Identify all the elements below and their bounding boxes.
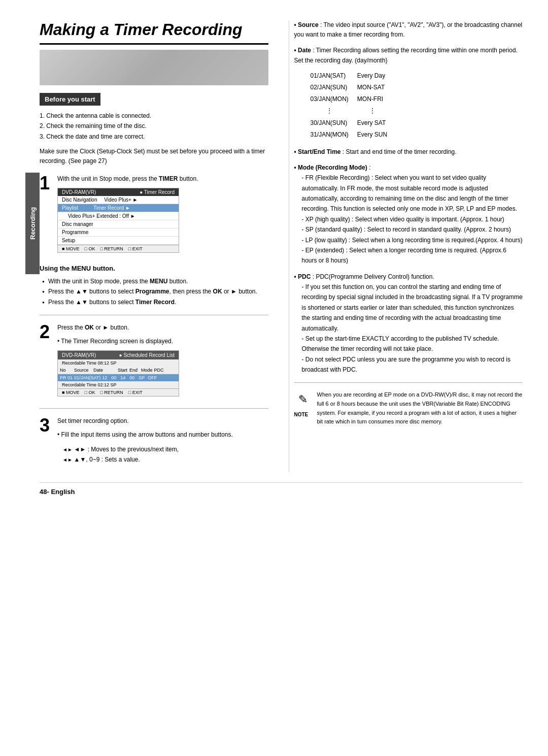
table-row: 30/JAN(SUN) Every SAT bbox=[311, 118, 395, 128]
date-text: : Timer Recording allows setting the rec… bbox=[294, 47, 518, 63]
option-cell: MON-SAT bbox=[357, 82, 395, 93]
before-item-1: 1. Check the antenna cable is connected. bbox=[40, 111, 268, 121]
page-footer: 48- English bbox=[40, 482, 523, 496]
step-1: 1 With the unit in Stop mode, press the … bbox=[40, 174, 268, 257]
note-box: ✎ NOTE When you are recording at EP mode… bbox=[294, 382, 523, 426]
step-2-number: 2 bbox=[40, 323, 52, 341]
submenu-title-left: DVD-RAM(VR) bbox=[62, 352, 96, 358]
mode-section: • Mode (Recording Mode) : FR (Flexible R… bbox=[294, 163, 523, 266]
mode-label: • Mode (Recording Mode) bbox=[294, 164, 367, 171]
date-cell: 31/JAN(MON) bbox=[311, 129, 356, 140]
table-row: ⋮ ⋮ bbox=[311, 106, 395, 116]
using-menu-item-2: Press the ▲▼ buttons to select Programme… bbox=[42, 286, 268, 297]
date-table: 01/JAN(SAT) Every Day 02/JAN(SUN) MON-SA… bbox=[310, 70, 396, 141]
table-row: 01/JAN(SAT) Every Day bbox=[311, 71, 395, 81]
menu-title-right: ● Timer Record bbox=[140, 189, 175, 195]
divider-1 bbox=[40, 315, 268, 315]
start-end-text: : Start and end time of the timer record… bbox=[342, 148, 457, 155]
step3-bullet-list: ◄► : Moves to the previous/next item, ▲▼… bbox=[57, 444, 268, 465]
option-cell: Every Day bbox=[357, 71, 395, 81]
menu-footer-2: ■ MOVE□ OK□ RETURN□ EXIT bbox=[58, 388, 179, 396]
menu-item-timer: Playlist Timer Record ► bbox=[58, 204, 179, 212]
note-icon: ✎ bbox=[298, 390, 307, 408]
menu-item-setup: Setup bbox=[58, 237, 179, 245]
date-label: • Date bbox=[294, 47, 312, 54]
pdc-item-1: If you set this function on, you can con… bbox=[297, 282, 523, 334]
before-extra-text: Make sure the Clock (Setup-Clock Set) mu… bbox=[40, 147, 268, 166]
mode-colon: : bbox=[369, 164, 370, 171]
pdc-label: • PDC bbox=[294, 273, 311, 280]
step-2: 2 Press the OK or ► button. • The Timer … bbox=[40, 323, 268, 401]
menu-item-disc-manager: Disc manager bbox=[58, 220, 179, 228]
source-section: • Source : The video input source ("AV1"… bbox=[294, 20, 523, 40]
title-image bbox=[40, 50, 268, 85]
step1-menu-box: DVD-RAM(VR) ● Timer Record Disc Navigati… bbox=[57, 188, 179, 253]
mode-item-ep: EP (extended) : Select when a longer rec… bbox=[299, 245, 523, 266]
table-row: 02/JAN(SUN) MON-SAT bbox=[311, 82, 395, 93]
note-text: When you are recording at EP mode on a D… bbox=[317, 390, 523, 426]
mode-item-sp: SP (standard quality) : Select to record… bbox=[299, 224, 523, 235]
start-end-section: • Start/End Time : Start and end time of… bbox=[294, 147, 523, 157]
pdc-section: • PDC : PDC(Programme Delivery Control) … bbox=[294, 272, 523, 375]
before-you-start-heading: Before you start bbox=[40, 93, 100, 106]
step-1-number: 1 bbox=[40, 174, 52, 192]
table-row: 31/JAN(MON) Every SUN bbox=[311, 129, 395, 140]
mode-item-fr: FR (Flexible Recording) : Select when yo… bbox=[299, 173, 523, 214]
option-cell: ⋮ bbox=[357, 106, 395, 116]
submenu-recordable-bot: Recordable Time 02:12 SP bbox=[58, 381, 179, 388]
mode-item-lp: LP (low quality) : Select when a long re… bbox=[299, 235, 523, 245]
step3-bullet-1: ◄► : Moves to the previous/next item, bbox=[62, 444, 268, 454]
side-tab: Recording bbox=[25, 173, 40, 274]
pdc-item-2: Set up the start-time EXACTLY according … bbox=[297, 334, 523, 354]
menu-item-video-plus: Video Plus+ Extended : Off ► bbox=[58, 212, 179, 220]
before-list: 1. Check the antenna cable is connected.… bbox=[40, 111, 268, 142]
date-section: • Date : Timer Recording allows setting … bbox=[294, 46, 523, 141]
menu-footer-1: ■ MOVE□ OK□ RETURN□ EXIT bbox=[58, 245, 179, 252]
step-1-text: With the unit in Stop mode, press the TI… bbox=[57, 174, 268, 184]
source-label: • Source bbox=[294, 21, 319, 28]
using-menu-list: With the unit in Stop mode, press the ME… bbox=[40, 276, 268, 307]
mode-list: FR (Flexible Recording) : Select when yo… bbox=[294, 173, 523, 266]
table-row: 03/JAN(MON) MON-FRI bbox=[311, 94, 395, 105]
source-text: : The video input source ("AV1", "AV2", … bbox=[294, 21, 523, 38]
menu-item-programme: Programme bbox=[58, 228, 179, 237]
date-cell: ⋮ bbox=[311, 106, 356, 116]
pdc-list: If you set this function on, you can con… bbox=[294, 282, 523, 375]
date-cell: 02/JAN(SUN) bbox=[311, 82, 356, 93]
submenu-title-right: ● Scheduled Record List bbox=[119, 352, 175, 358]
date-cell: 03/JAN(MON) bbox=[311, 94, 356, 105]
menu-item-disc-nav: Disc Navigation Video Plus+ ► bbox=[58, 196, 179, 204]
step-2-sub: • The Timer Recording screen is displaye… bbox=[57, 337, 268, 346]
pdc-text: : PDC(Programme Delivery Control) functi… bbox=[313, 273, 434, 280]
step-3: 3 Set timer recording option. • Fill the… bbox=[40, 416, 268, 465]
step-2-text: Press the OK or ► button. bbox=[57, 323, 268, 333]
start-end-label: • Start/End Time bbox=[294, 148, 341, 155]
before-item-3: 3. Check the date and time are correct. bbox=[40, 132, 268, 142]
step-3-number: 3 bbox=[40, 416, 52, 435]
mode-item-xp: XP (high quality) : Select when video qu… bbox=[299, 214, 523, 224]
using-menu-section: Using the MENU button. With the unit in … bbox=[40, 265, 268, 307]
page-title: Making a Timer Recording bbox=[40, 20, 268, 45]
step-3-sub: • Fill the input items using the arrow b… bbox=[57, 430, 268, 440]
before-item-2: 2. Check the remaining time of the disc. bbox=[40, 121, 268, 131]
using-menu-item-3: Press the ▲▼ buttons to select Timer Rec… bbox=[42, 297, 268, 307]
step3-bullet-2: ▲▼, 0~9 : Sets a value. bbox=[62, 454, 268, 465]
date-cell: 30/JAN(SUN) bbox=[311, 118, 356, 128]
divider-2 bbox=[40, 408, 268, 409]
menu-title-left: DVD-RAM(VR) bbox=[62, 189, 96, 195]
option-cell: Every SAT bbox=[357, 118, 395, 128]
step-3-text: Set timer recording option. bbox=[57, 416, 268, 426]
option-cell: MON-FRI bbox=[357, 94, 395, 105]
using-menu-title: Using the MENU button. bbox=[40, 265, 268, 272]
pdc-item-3: Do not select PDC unless you are sure th… bbox=[297, 354, 523, 375]
submenu-recordable-top: Recordable Time 08:12 SP bbox=[58, 359, 179, 367]
using-menu-item-1: With the unit in Stop mode, press the ME… bbox=[42, 276, 268, 286]
step2-menu-box: DVD-RAM(VR) ● Scheduled Record List Reco… bbox=[57, 350, 179, 397]
option-cell: Every SUN bbox=[357, 129, 395, 140]
date-cell: 01/JAN(SAT) bbox=[311, 71, 356, 81]
note-label: NOTE bbox=[294, 411, 312, 419]
